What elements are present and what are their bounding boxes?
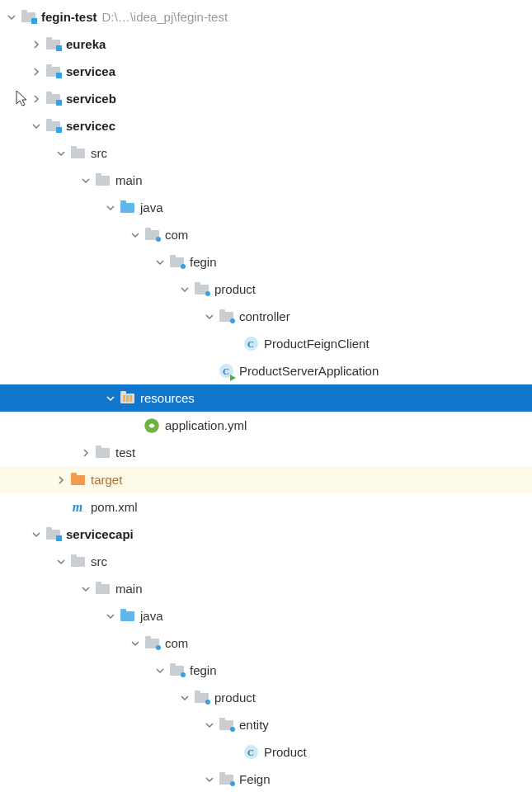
tree-label: Product bbox=[264, 745, 307, 759]
tree-label: ProductServerApplication bbox=[239, 364, 379, 378]
tree-row-servicec[interactable]: servicec bbox=[0, 112, 532, 139]
package-folder-icon bbox=[193, 281, 210, 298]
chevron-down-icon[interactable] bbox=[152, 667, 168, 675]
tree-row-product[interactable]: product bbox=[0, 276, 532, 303]
resources-folder-icon bbox=[119, 390, 135, 407]
tree-label: servicecapi bbox=[66, 527, 134, 541]
chevron-down-icon[interactable] bbox=[28, 122, 45, 130]
tree-row-src[interactable]: src bbox=[0, 139, 532, 167]
target-folder-icon bbox=[69, 472, 86, 488]
folder-icon bbox=[94, 445, 111, 461]
chevron-right-icon[interactable] bbox=[28, 95, 45, 103]
tree-row-target[interactable]: target bbox=[0, 466, 532, 493]
chevron-right-icon[interactable] bbox=[78, 449, 94, 457]
chevron-down-icon[interactable] bbox=[201, 721, 218, 729]
module-folder-icon bbox=[45, 526, 61, 543]
chevron-down-icon[interactable] bbox=[102, 204, 119, 212]
tree-label: java bbox=[140, 200, 163, 214]
tree-row-servicecapi[interactable]: servicecapi bbox=[0, 521, 532, 548]
tree-row-feign-pkg[interactable]: Feign bbox=[0, 766, 532, 792]
chevron-down-icon[interactable] bbox=[28, 530, 45, 539]
tree-row-main[interactable]: main bbox=[0, 167, 532, 194]
chevron-right-icon[interactable] bbox=[53, 476, 69, 484]
tree-label: src bbox=[91, 146, 107, 160]
tree-row-com[interactable]: com bbox=[0, 221, 532, 248]
tree-row-application-yml[interactable]: application.yml bbox=[0, 412, 532, 439]
tree-label: main bbox=[115, 582, 143, 596]
chevron-down-icon[interactable] bbox=[53, 558, 69, 566]
chevron-down-icon[interactable] bbox=[53, 149, 69, 158]
tree-row-servicea[interactable]: servicea bbox=[0, 58, 532, 85]
project-tree[interactable]: fegin-test D:\…\idea_pj\fegin-test eurek… bbox=[0, 0, 532, 792]
tree-row-controller[interactable]: controller bbox=[0, 303, 532, 330]
module-folder-icon bbox=[45, 91, 61, 107]
package-folder-icon bbox=[144, 227, 160, 243]
chevron-down-icon[interactable] bbox=[177, 285, 193, 294]
chevron-right-icon[interactable] bbox=[28, 68, 45, 76]
java-runnable-class-icon: C bbox=[218, 363, 234, 380]
project-path: D:\…\idea_pj\fegin-test bbox=[102, 10, 228, 24]
tree-row-serviceb[interactable]: serviceb bbox=[0, 85, 532, 112]
source-folder-icon bbox=[119, 608, 135, 625]
tree-label: resources bbox=[140, 391, 195, 405]
folder-icon bbox=[69, 145, 86, 162]
module-folder-icon bbox=[45, 36, 61, 53]
folder-icon bbox=[69, 554, 86, 570]
tree-label: entity bbox=[239, 718, 269, 732]
chevron-down-icon[interactable] bbox=[127, 639, 144, 648]
tree-row-java-2[interactable]: java bbox=[0, 602, 532, 629]
chevron-down-icon[interactable] bbox=[102, 612, 119, 620]
chevron-down-icon[interactable] bbox=[127, 231, 144, 239]
tree-row-pom-xml[interactable]: m pom.xml bbox=[0, 493, 532, 521]
tree-label: serviceb bbox=[66, 92, 116, 106]
chevron-down-icon[interactable] bbox=[78, 177, 94, 185]
tree-label: servicec bbox=[66, 119, 115, 133]
tree-row-eureka[interactable]: eureka bbox=[0, 31, 532, 58]
tree-label: product bbox=[214, 691, 256, 705]
module-folder-icon bbox=[45, 64, 61, 80]
tree-row-src-2[interactable]: src bbox=[0, 548, 532, 575]
tree-label: product bbox=[214, 282, 256, 296]
tree-row-main-2[interactable]: main bbox=[0, 575, 532, 602]
package-folder-icon bbox=[218, 309, 234, 325]
folder-icon bbox=[94, 581, 111, 597]
module-folder-icon bbox=[20, 9, 36, 26]
tree-row-product-server-application[interactable]: C ProductServerApplication bbox=[0, 357, 532, 384]
tree-row-product-class[interactable]: C Product bbox=[0, 738, 532, 766]
tree-label: fegin bbox=[190, 663, 217, 677]
chevron-down-icon[interactable] bbox=[3, 13, 20, 21]
chevron-down-icon[interactable] bbox=[177, 694, 193, 702]
package-folder-icon bbox=[144, 635, 160, 652]
tree-row-resources[interactable]: resources bbox=[0, 384, 532, 412]
tree-label: Feign bbox=[239, 772, 271, 786]
tree-label: main bbox=[115, 173, 143, 187]
package-folder-icon bbox=[193, 690, 210, 706]
tree-label: application.yml bbox=[165, 418, 247, 432]
java-class-icon: C bbox=[242, 744, 259, 761]
package-folder-icon bbox=[218, 717, 234, 733]
tree-label: pom.xml bbox=[91, 500, 138, 514]
tree-label: com bbox=[165, 636, 188, 650]
spring-yml-icon bbox=[144, 417, 160, 434]
tree-row-fegin-2[interactable]: fegin bbox=[0, 657, 532, 684]
tree-row-fegin[interactable]: fegin bbox=[0, 248, 532, 276]
source-folder-icon bbox=[119, 200, 135, 216]
package-folder-icon bbox=[168, 662, 185, 679]
tree-label: fegin bbox=[190, 255, 217, 269]
chevron-right-icon[interactable] bbox=[28, 40, 45, 49]
package-folder-icon bbox=[218, 771, 234, 788]
tree-row-test[interactable]: test bbox=[0, 439, 532, 466]
chevron-down-icon[interactable] bbox=[102, 394, 119, 403]
tree-row-root[interactable]: fegin-test D:\…\idea_pj\fegin-test bbox=[0, 3, 532, 31]
tree-row-java[interactable]: java bbox=[0, 194, 532, 221]
tree-row-product-feign-client[interactable]: C ProductFeignClient bbox=[0, 330, 532, 357]
chevron-down-icon[interactable] bbox=[78, 585, 94, 593]
tree-label: ProductFeignClient bbox=[264, 337, 370, 351]
tree-row-entity[interactable]: entity bbox=[0, 711, 532, 738]
chevron-down-icon[interactable] bbox=[152, 258, 168, 266]
tree-row-com-2[interactable]: com bbox=[0, 629, 532, 657]
tree-label: java bbox=[140, 609, 163, 623]
chevron-down-icon[interactable] bbox=[201, 776, 218, 784]
tree-row-product-2[interactable]: product bbox=[0, 684, 532, 711]
chevron-down-icon[interactable] bbox=[201, 313, 218, 321]
